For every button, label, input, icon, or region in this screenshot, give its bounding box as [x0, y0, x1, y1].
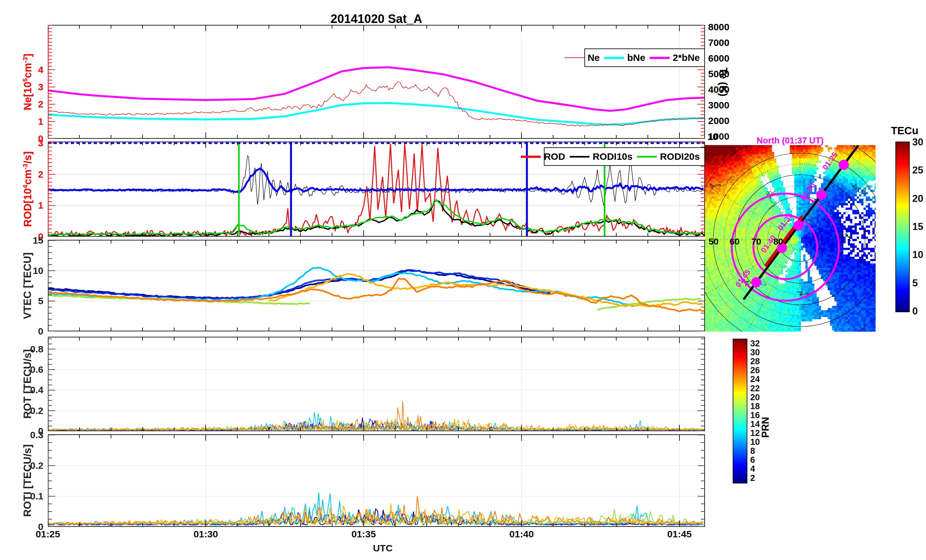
right-axis-label: Te (K) — [717, 67, 729, 96]
prn-tick: 26 — [750, 365, 760, 375]
y-axis-label-part: ROD[10 — [22, 188, 33, 227]
right-ytick: 6000 — [708, 53, 729, 64]
chart-title: 20141020 Sat_A — [330, 12, 422, 26]
y-axis-label-part: VTEC [TECU] — [21, 252, 33, 319]
right-ytick: 2000 — [708, 115, 729, 126]
prn-tick: 2 — [750, 473, 755, 483]
panel-roti-index — [48, 434, 705, 527]
track-time-marker — [838, 160, 849, 170]
y-axis-label-part: ROT [TECU/s] — [21, 349, 33, 419]
y-axis-label-p1: Ne[105cm-3] — [21, 53, 34, 110]
y-axis-label-part: -3 — [21, 163, 29, 170]
y-axis-label-part: cm — [22, 170, 33, 185]
y-axis-label-p2: ROD[104cm-3/s] — [21, 151, 34, 227]
legend-item: Ne — [564, 52, 600, 63]
legend-item: 2*bNe — [650, 52, 700, 63]
tecu-tick: 30 — [912, 136, 923, 148]
y-axis-label-p3: VTEC [TECU] — [21, 252, 33, 319]
y-axis-label-part: ROTI [TECU/s] — [21, 444, 33, 517]
tecu-tick: 15 — [912, 221, 923, 233]
panel-rate-of-tec — [48, 337, 705, 431]
xtick-label: 01:40 — [509, 529, 534, 540]
y-axis-label-part: Ne[10 — [22, 82, 33, 110]
legend-item: bNe — [604, 52, 645, 63]
tecu-colorbar-title: TECu — [891, 125, 918, 137]
series-2*bNe — [48, 67, 705, 110]
y-axis-label-part: 5 — [21, 78, 29, 81]
right-ytick: 7000 — [708, 37, 729, 48]
ytick-p3: 15 — [10, 235, 43, 246]
prn-tick: 30 — [750, 348, 760, 357]
right-ytick: 3000 — [708, 100, 729, 110]
latitude-label: 60 — [729, 237, 739, 247]
prn-tick: 20 — [750, 392, 760, 402]
tecu-tick: 20 — [912, 193, 923, 204]
latitude-label: 80 — [773, 237, 783, 247]
prn-colorbar-label: PRN — [760, 417, 771, 437]
ytick-p2: 3 — [10, 138, 43, 148]
track-time-marker — [751, 277, 761, 288]
prn-tick: 24 — [750, 374, 760, 384]
tecu-tick: 10 — [912, 249, 923, 260]
prn-colorbar — [733, 339, 747, 483]
legend-label: RODI20s — [660, 151, 700, 162]
right-ytick: 8000 — [708, 22, 729, 33]
xtick-label: 01:30 — [194, 529, 218, 540]
prn-tick: 32 — [750, 339, 760, 348]
xtick-label: 01:25 — [36, 529, 60, 540]
x-axis-label: UTC — [373, 543, 393, 554]
right-ytick-stray: 10 — [708, 132, 718, 142]
figure: 20141020 Sat_A UTC North (01:37 UT) 01:2… — [0, 0, 926, 560]
legend-label: Ne — [587, 52, 600, 63]
legend-p2: RODRODI10sRODI20s — [544, 147, 705, 166]
prn-tick: 12 — [750, 428, 760, 438]
prn-tick: 6 — [750, 455, 755, 465]
legend-line-swatch — [650, 57, 670, 59]
prn-tick: 10 — [750, 437, 760, 447]
xtick-label: 01:45 — [667, 529, 692, 540]
panel-vertical-tec — [48, 240, 705, 331]
legend-label: RODI10s — [593, 151, 632, 162]
prn-tick: 28 — [750, 357, 760, 366]
tecu-tick: 5 — [912, 277, 918, 289]
legend-line-swatch — [604, 57, 624, 59]
map-title: North (01:37 UT) — [757, 136, 824, 146]
legend-line-swatch — [564, 58, 584, 58]
legend-item: ROD — [521, 151, 565, 162]
y-axis-label-part: -3 — [21, 57, 29, 62]
legend-label: bNe — [627, 52, 645, 63]
legend-line-swatch — [637, 156, 657, 157]
ytick-p5: 0.3 — [10, 430, 43, 440]
latitude-label: 70 — [751, 237, 761, 247]
legend-p1: NebNe2*bNe — [584, 48, 705, 67]
legend-item: RODI10s — [570, 151, 632, 162]
latitude-label: 50 — [708, 237, 718, 247]
prn-tick: 14 — [750, 419, 760, 429]
prn-tick: 4 — [750, 464, 755, 474]
legend-line-swatch — [521, 156, 541, 158]
legend-label: ROD — [544, 151, 565, 162]
tecu-colorbar — [896, 142, 910, 312]
y-axis-label-part: cm — [22, 63, 33, 78]
y-axis-label-part: 4 — [21, 185, 29, 188]
xtick-label: 01:35 — [351, 529, 376, 540]
tecu-tick: 25 — [912, 165, 923, 176]
legend-label: 2*bNe — [673, 52, 700, 63]
track-time-marker — [816, 190, 826, 200]
series-PRN-cyan — [48, 268, 634, 306]
prn-tick: 16 — [750, 410, 760, 420]
y-axis-label-p4: ROT [TECU/s] — [21, 349, 33, 419]
prn-tick: 22 — [750, 383, 760, 393]
y-axis-label-part: ] — [22, 53, 33, 57]
tecu-tick: 0 — [912, 306, 918, 317]
track-time-marker — [794, 220, 804, 230]
panel-electron-density-temperature — [48, 25, 705, 139]
ytick-p3: 0 — [10, 326, 43, 337]
legend-item: RODI20s — [637, 151, 700, 162]
y-axis-label-p5: ROTI [TECU/s] — [21, 444, 33, 517]
legend-line-swatch — [570, 156, 590, 157]
prn-tick: 8 — [750, 446, 755, 456]
prn-tick: 18 — [750, 401, 760, 411]
ytick-p1: 1 — [10, 116, 43, 127]
y-axis-label-part: /s] — [22, 151, 33, 164]
